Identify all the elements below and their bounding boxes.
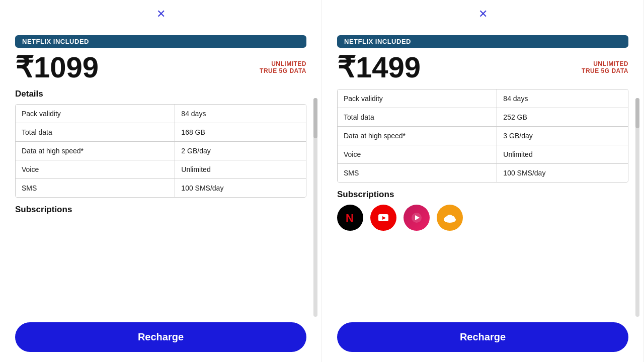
table-row: Total data 168 GB — [16, 123, 306, 142]
table-row: SMS 100 SMS/day — [338, 164, 628, 182]
price-row-2: ₹1499 UNLIMITED TRUE 5G DATA — [337, 53, 628, 82]
table-row: Data at high speed* 3 GB/day — [338, 127, 628, 145]
subscriptions-label-1: Subscriptions — [15, 205, 306, 215]
price-row-1: ₹1099 UNLIMITED TRUE 5G DATA — [15, 53, 306, 82]
netflix-badge-1: NETFLIX INCLUDED — [15, 35, 306, 48]
netflix-icon: N — [337, 205, 363, 231]
table-val: Unlimited — [175, 160, 306, 178]
details-table-1: Pack validity 84 days Total data 168 GB … — [15, 104, 306, 198]
table-row: Pack validity 84 days — [16, 105, 306, 123]
table-key: SMS — [16, 179, 175, 197]
close-button-2[interactable]: ✕ — [478, 8, 488, 21]
subscriptions-label-2: Subscriptions — [337, 190, 628, 200]
table-val: 100 SMS/day — [175, 179, 306, 197]
price-2: ₹1499 — [337, 53, 421, 82]
svg-point-8 — [447, 215, 453, 220]
table-val: 100 SMS/day — [497, 164, 628, 182]
scrollbar-thumb[interactable] — [635, 98, 639, 128]
close-button-1[interactable]: ✕ — [156, 8, 166, 21]
scrollbar-track — [313, 98, 317, 317]
table-val: 2 GB/day — [175, 142, 306, 160]
table-row: Voice Unlimited — [16, 160, 306, 179]
table-row: Data at high speed* 2 GB/day — [16, 142, 306, 160]
scrollbar-1[interactable] — [313, 98, 317, 317]
recharge-button-2[interactable]: Recharge — [337, 322, 628, 352]
table-val: Unlimited — [497, 145, 628, 163]
table-key: Data at high speed* — [338, 127, 497, 145]
table-key: Total data — [338, 108, 497, 126]
table-val: 168 GB — [175, 123, 306, 141]
table-key: Pack validity — [338, 89, 497, 108]
details-table-2: Pack validity 84 days Total data 252 GB … — [337, 89, 628, 183]
scrollbar-2[interactable] — [635, 98, 639, 317]
table-val: 252 GB — [497, 108, 628, 126]
table-key: Total data — [16, 123, 175, 141]
scrollbar-thumb[interactable] — [313, 98, 317, 138]
scrollbar-track — [635, 98, 639, 317]
table-val: 84 days — [175, 105, 306, 123]
details-label-1: Details — [15, 89, 306, 99]
unlimited-badge-1: UNLIMITED TRUE 5G DATA — [260, 60, 306, 75]
table-val: 3 GB/day — [497, 127, 628, 145]
plan-panel-2: ✕ NETFLIX INCLUDED ₹1499 UNLIMITED TRUE … — [322, 0, 644, 362]
table-row: Pack validity 84 days — [338, 89, 628, 108]
table-row: SMS 100 SMS/day — [16, 179, 306, 197]
plan-panel-1: ✕ NETFLIX INCLUDED ₹1099 UNLIMITED TRUE … — [0, 0, 322, 362]
table-key: Pack validity — [16, 105, 175, 123]
youtube-icon — [370, 205, 396, 231]
unlimited-line1-2: UNLIMITED — [582, 60, 628, 67]
recharge-button-1[interactable]: Recharge — [15, 322, 306, 352]
subscription-icons: N — [337, 205, 628, 231]
table-row: Total data 252 GB — [338, 108, 628, 127]
unlimited-line1-1: UNLIMITED — [260, 60, 306, 67]
unlimited-line2-2: TRUE 5G DATA — [582, 67, 628, 74]
unlimited-badge-2: UNLIMITED TRUE 5G DATA — [582, 60, 628, 75]
unlimited-line2-1: TRUE 5G DATA — [260, 67, 306, 74]
cloudwalker-icon — [437, 205, 463, 231]
jiocinema-icon — [404, 205, 430, 231]
table-key: SMS — [338, 164, 497, 182]
table-val: 84 days — [497, 89, 628, 108]
table-key: Data at high speed* — [16, 142, 175, 160]
price-1: ₹1099 — [15, 53, 99, 82]
table-row: Voice Unlimited — [338, 145, 628, 164]
netflix-badge-2: NETFLIX INCLUDED — [337, 35, 628, 48]
svg-text:N: N — [346, 212, 354, 224]
table-key: Voice — [338, 145, 497, 163]
table-key: Voice — [16, 160, 175, 178]
